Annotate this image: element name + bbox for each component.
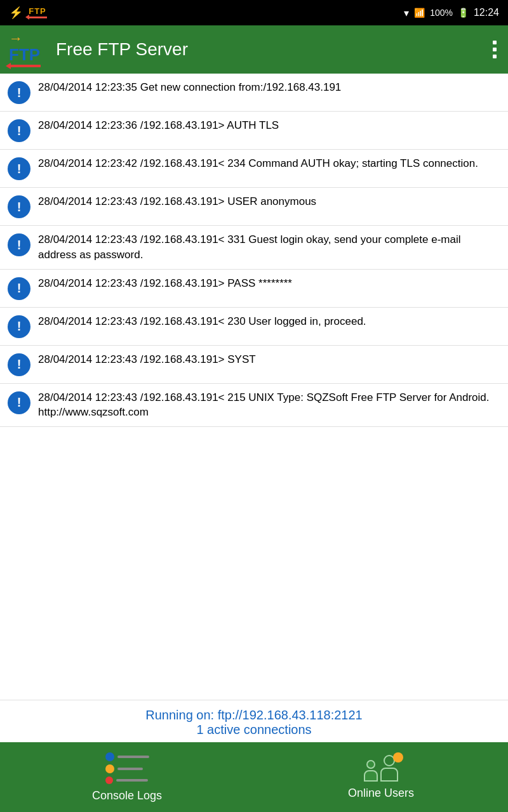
ftp-logo: → FTP (9, 32, 47, 68)
battery-percent: 100% (430, 8, 453, 18)
status-right: ▾ 📶 100% 🔋 12:24 (404, 7, 499, 19)
signal-bars-icon: 📶 (414, 8, 425, 18)
log-item: !28/04/2014 12:23:43 /192.168.43.191> US… (0, 188, 508, 226)
app-title: Free FTP Server (56, 39, 481, 60)
console-logs-label: Console Logs (92, 789, 162, 802)
online-users-label: Online Users (348, 787, 414, 800)
status-footer: Running on: ftp://192.168.43.118:2121 1 … (0, 700, 508, 742)
log-icon: ! (8, 119, 30, 142)
log-icon: ! (8, 277, 30, 300)
status-bar: ⚡ FTP ▾ 📶 100% 🔋 12:24 (0, 0, 508, 25)
log-item: !28/04/2014 12:23:43 /192.168.43.191> PA… (0, 270, 508, 308)
menu-dot-3 (493, 55, 497, 58)
icon-row-3 (105, 776, 149, 784)
log-icon: ! (8, 353, 30, 376)
icon-row-2 (105, 764, 149, 773)
log-exclaim-icon: ! (17, 86, 22, 100)
log-list: !28/04/2014 12:23:35 Get new connection … (0, 74, 508, 700)
log-exclaim-icon: ! (17, 200, 22, 214)
log-item: !28/04/2014 12:23:35 Get new connection … (0, 74, 508, 112)
status-time: 12:24 (474, 7, 499, 18)
log-exclaim-icon: ! (17, 319, 22, 334)
log-text: 28/04/2014 12:23:43 /192.168.43.191< 331… (38, 232, 500, 263)
log-exclaim-icon: ! (17, 395, 22, 410)
log-item: !28/04/2014 12:23:43 /192.168.43.191< 33… (0, 226, 508, 270)
dot-red (105, 776, 113, 784)
icon-row-1 (105, 752, 149, 761)
battery-icon: 🔋 (458, 8, 469, 18)
menu-button[interactable] (490, 38, 499, 61)
user-count-badge (393, 752, 403, 763)
log-text: 28/04/2014 12:23:36 /192.168.43.191> AUT… (38, 118, 500, 133)
nav-console-logs[interactable]: Console Logs (0, 742, 254, 812)
log-exclaim-icon: ! (17, 162, 22, 176)
dot-yellow (105, 764, 114, 773)
user-head-secondary (366, 760, 375, 769)
log-item: !28/04/2014 12:23:42 /192.168.43.191< 23… (0, 150, 508, 188)
arrow-right-icon: → (9, 32, 23, 46)
log-exclaim-icon: ! (17, 124, 22, 138)
running-on-text: Running on: ftp://192.168.43.118:2121 (0, 708, 508, 723)
log-text: 28/04/2014 12:23:43 /192.168.43.191> PAS… (38, 276, 500, 291)
line-3 (116, 779, 148, 782)
menu-dot-2 (493, 48, 497, 51)
log-exclaim-icon: ! (17, 281, 22, 296)
nav-online-users[interactable]: Online Users (254, 742, 508, 812)
log-text: 28/04/2014 12:23:43 /192.168.43.191> USE… (38, 194, 500, 209)
ftp-status-badge: FTP (28, 7, 47, 18)
log-text: 28/04/2014 12:23:43 /192.168.43.191> SYS… (38, 352, 500, 367)
online-users-icon (364, 755, 398, 782)
logo-arrow-right: → (9, 32, 23, 46)
log-icon: ! (8, 391, 30, 414)
ftp-arrow-line (28, 16, 47, 18)
active-connections-text: 1 active connections (0, 723, 508, 737)
log-item: !28/04/2014 12:23:36 /192.168.43.191> AU… (0, 112, 508, 150)
usb-icon: ⚡ (9, 6, 23, 20)
user-body-secondary (364, 770, 378, 782)
log-icon: ! (8, 157, 30, 180)
log-icon: ! (8, 81, 30, 104)
line-2 (117, 768, 143, 770)
app-header: → FTP Free FTP Server (0, 25, 508, 74)
log-text: 28/04/2014 12:23:43 /192.168.43.191< 215… (38, 390, 500, 421)
log-icon: ! (8, 195, 30, 218)
console-logs-icon (105, 752, 149, 784)
line-1 (117, 756, 149, 758)
user-body-main (380, 768, 398, 782)
log-exclaim-icon: ! (17, 357, 22, 372)
log-text: 28/04/2014 12:23:43 /192.168.43.191< 230… (38, 314, 500, 329)
log-item: !28/04/2014 12:23:43 /192.168.43.191< 23… (0, 308, 508, 346)
log-exclaim-icon: ! (17, 238, 22, 252)
log-item: !28/04/2014 12:23:43 /192.168.43.191< 21… (0, 384, 508, 428)
arrow-left-icon (9, 65, 41, 67)
user-figure-secondary (364, 760, 378, 782)
log-item: !28/04/2014 12:23:43 /192.168.43.191> SY… (0, 346, 508, 384)
dot-blue (105, 752, 114, 761)
wifi-icon: ▾ (404, 7, 409, 19)
log-text: 28/04/2014 12:23:35 Get new connection f… (38, 80, 500, 95)
status-left: ⚡ FTP (9, 6, 47, 20)
menu-dot-1 (493, 41, 497, 44)
log-icon: ! (8, 233, 30, 256)
ftp-status-text: FTP (29, 7, 46, 15)
logo-ftp-label: FTP (9, 46, 40, 64)
log-text: 28/04/2014 12:23:42 /192.168.43.191< 234… (38, 156, 500, 171)
bottom-nav: Console Logs Online Users (0, 742, 508, 812)
log-icon: ! (8, 315, 30, 338)
